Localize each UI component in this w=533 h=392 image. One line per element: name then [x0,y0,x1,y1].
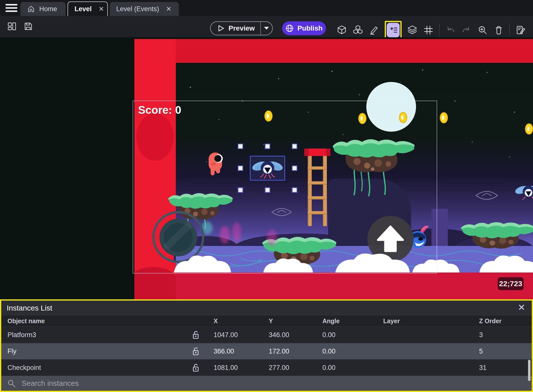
moon[interactable] [366,82,416,132]
tab-label: Level (Events) [116,5,159,13]
cell-y: 277.00 [263,364,316,372]
eye-outline-decor [270,206,293,219]
selection-handle[interactable] [292,187,297,193]
instances-list-button-highlight [385,21,402,39]
trash-icon[interactable] [493,25,504,36]
cell-x: 366.00 [207,348,263,355]
score-hud-text: Score: 0 [138,104,181,116]
column-header-layer: Layer [377,317,473,325]
coin[interactable] [358,113,367,124]
selection-handle[interactable] [265,187,270,193]
instances-list-panel: Instances List ✕ Object name X Y Angle L… [0,299,533,392]
selection-handle[interactable] [292,165,297,171]
table-row[interactable]: Platform31047.00346.000.003 [1,326,532,343]
home-icon [27,5,35,13]
tab-level-events[interactable]: Level (Events) ✕ [110,2,179,16]
grid-icon[interactable] [423,25,434,36]
cell-angle: 0.00 [316,331,377,339]
cell-x: 1081.00 [207,364,263,372]
tab-home[interactable]: Home [20,2,66,16]
column-header-y: Y [263,317,316,325]
tab-level[interactable]: Level ✕ [68,1,108,16]
ladder-instance[interactable] [304,149,330,226]
cell-object-name: Checkpoint [1,364,184,372]
cell-angle: 0.00 [316,348,377,355]
cell-x: 1047.00 [207,331,263,339]
plant-glow [220,226,230,243]
cloud-decor [335,249,410,273]
table-row[interactable]: Fly366.00172.000.005 [1,343,532,359]
zoom-icon[interactable] [477,25,488,36]
coin[interactable] [525,123,533,135]
column-header-object-name: Object name [1,317,184,325]
toolbar: Preview Publish [0,16,533,37]
fly-instance[interactable] [515,181,533,203]
globe-icon [285,24,294,33]
menu-icon[interactable] [5,4,17,12]
coin[interactable] [399,112,408,123]
coin[interactable] [264,110,273,122]
cell-zorder: 5 [473,348,532,355]
objects-icon[interactable] [336,25,347,36]
undo-icon[interactable] [445,25,456,36]
play-icon [217,25,225,32]
object-groups-icon[interactable] [352,25,363,36]
redo-icon[interactable] [461,25,472,36]
cell-y: 172.00 [263,348,316,355]
close-icon[interactable]: ✕ [166,5,172,13]
close-icon[interactable]: ✕ [99,5,104,13]
edit-pencil-icon[interactable] [369,25,380,36]
player-character-instance[interactable] [207,151,224,177]
layout-panels-icon[interactable] [6,21,17,32]
panel-scrollbar[interactable] [528,360,531,381]
cell-object-name: Fly [1,348,184,355]
cursor-coordinates-badge: 22;723 [498,277,524,290]
column-header-zorder: Z Order [473,317,532,325]
eye-outline-decor [474,188,499,203]
selection-handle[interactable] [265,144,270,149]
selection-handle[interactable] [292,144,297,149]
search-row [1,376,532,391]
column-header-x: X [207,317,263,325]
stars [0,37,1,38]
instances-table-body: Platform31047.00346.000.003Fly366.00172.… [1,326,532,376]
cloud-decor [479,251,533,273]
selection-handle[interactable] [238,144,243,149]
scene-editor-canvas[interactable]: Score: 0 22;723 [0,37,533,299]
close-icon[interactable]: ✕ [518,303,525,312]
platform-instance[interactable] [459,216,533,250]
selection-handle[interactable] [238,187,243,193]
cell-zorder: 31 [473,364,532,372]
layers-icon[interactable] [407,25,418,36]
panel-title: Instances List [7,304,52,312]
preview-button[interactable]: Preview [210,21,273,35]
preview-main[interactable]: Preview [211,24,260,32]
plant-glow [267,230,277,246]
column-header-angle: Angle [316,317,377,325]
fly-sprite [251,157,284,180]
toolbar-divider [439,24,440,37]
plant-glow [232,222,241,242]
cell-zorder: 3 [473,331,532,339]
scene-properties-icon[interactable] [515,25,526,36]
coin[interactable] [439,112,448,124]
table-row[interactable]: Checkpoint1081.00277.000.0031 [1,359,532,376]
lock-open-icon[interactable] [184,330,207,339]
selected-instance-fly[interactable] [250,156,285,181]
instances-table-header: Object name X Y Angle Layer Z Order [1,315,532,326]
instances-list-icon[interactable] [387,23,400,37]
search-icon [7,379,16,388]
selection-handle[interactable] [238,165,243,171]
tab-label: Level [75,5,92,13]
lock-open-icon[interactable] [184,363,207,372]
publish-label: Publish [297,24,322,32]
preview-dropdown[interactable] [260,22,272,35]
lock-open-icon[interactable] [184,347,207,356]
publish-button[interactable]: Publish [282,21,326,35]
search-instances-input[interactable] [21,379,532,388]
preview-label: Preview [228,24,255,32]
chevron-down-icon [264,26,269,30]
tab-label: Home [39,5,57,13]
save-icon[interactable] [23,21,34,32]
platform-instance[interactable] [331,132,417,197]
